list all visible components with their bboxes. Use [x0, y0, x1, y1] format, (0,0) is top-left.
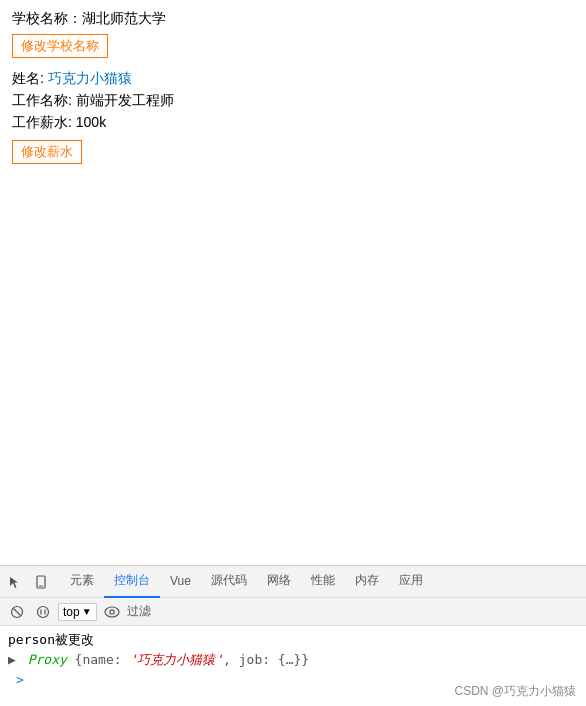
- tab-vue[interactable]: Vue: [160, 566, 201, 598]
- name-line: 姓名: 巧克力小猫猿: [12, 70, 574, 88]
- proxy-content: {name: '巧克力小猫猿', job: {…}}: [67, 652, 309, 667]
- devtools-tab-icons: [4, 571, 52, 593]
- clear-console-button[interactable]: [6, 601, 28, 623]
- svg-point-4: [38, 606, 49, 617]
- top-level-select[interactable]: top ▼: [58, 603, 97, 621]
- console-toolbar: top ▼ 过滤: [0, 598, 586, 626]
- job-line: 工作名称: 前端开发工程师: [12, 92, 574, 110]
- devtools-panel: 元素 控制台 Vue 源代码 网络 性能 内存 应用: [0, 565, 586, 706]
- pause-button[interactable]: [32, 601, 54, 623]
- school-name-label: 学校名称：: [12, 10, 82, 26]
- filter-label: 过滤: [127, 603, 151, 620]
- tab-performance[interactable]: 性能: [301, 566, 345, 598]
- svg-line-3: [14, 608, 21, 615]
- tab-memory[interactable]: 内存: [345, 566, 389, 598]
- cursor-icon[interactable]: [4, 571, 26, 593]
- modify-school-button[interactable]: 修改学校名称: [12, 34, 108, 58]
- modify-salary-button[interactable]: 修改薪水: [12, 140, 82, 164]
- console-text-1: person被更改: [8, 632, 94, 647]
- devtools-tab-bar: 元素 控制台 Vue 源代码 网络 性能 内存 应用: [0, 566, 586, 598]
- tab-network[interactable]: 网络: [257, 566, 301, 598]
- top-label: top: [63, 605, 80, 619]
- salary-line: 工作薪水: 100k: [12, 114, 574, 132]
- job-value: 前端开发工程师: [76, 92, 174, 108]
- tab-console[interactable]: 控制台: [104, 566, 160, 598]
- svg-point-8: [109, 609, 113, 613]
- mobile-icon[interactable]: [30, 571, 52, 593]
- salary-label: 工作薪水:: [12, 114, 76, 130]
- svg-point-7: [105, 607, 119, 617]
- svg-rect-1: [39, 585, 43, 586]
- school-name-value: 湖北师范大学: [82, 10, 166, 26]
- proxy-keyword: Proxy: [28, 652, 67, 667]
- school-name-line: 学校名称：湖北师范大学: [12, 10, 574, 28]
- salary-value: 100k: [76, 114, 106, 130]
- console-proxy-line: ▶ Proxy {name: '巧克力小猫猿', job: {…}}: [8, 650, 578, 670]
- name-value: 巧克力小猫猿: [48, 70, 132, 86]
- job-label: 工作名称:: [12, 92, 76, 108]
- expand-arrow-icon[interactable]: ▶: [8, 652, 24, 667]
- console-line-1: person被更改: [8, 630, 578, 650]
- main-content: 学校名称：湖北师范大学 修改学校名称 姓名: 巧克力小猫猿 工作名称: 前端开发…: [0, 0, 586, 530]
- eye-icon[interactable]: [101, 601, 123, 623]
- name-label: 姓名:: [12, 70, 48, 86]
- tab-sources[interactable]: 源代码: [201, 566, 257, 598]
- dropdown-arrow-icon: ▼: [82, 606, 92, 617]
- tab-application[interactable]: 应用: [389, 566, 433, 598]
- tab-elements[interactable]: 元素: [60, 566, 104, 598]
- csdn-watermark: CSDN @巧克力小猫猿: [454, 683, 576, 700]
